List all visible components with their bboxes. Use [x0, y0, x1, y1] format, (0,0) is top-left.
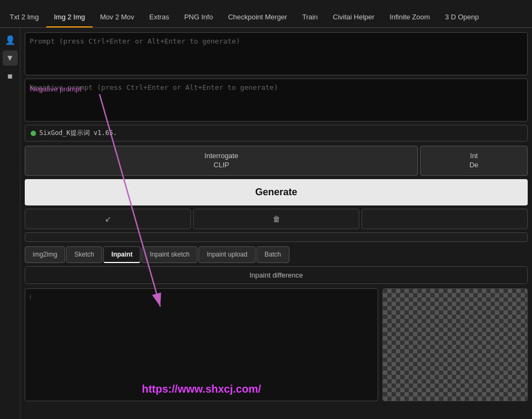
nav-train[interactable]: Train: [295, 9, 325, 27]
canvas-panel[interactable]: i https://www.shxcj.com/: [25, 288, 378, 401]
tab-sketch[interactable]: Sketch: [66, 246, 102, 263]
nav-infinite-zoom[interactable]: Infinite Zoom: [382, 9, 437, 27]
nav-txt2img[interactable]: Txt 2 Img: [2, 9, 46, 27]
interrogate-clip-button[interactable]: Interrogate CLIP: [25, 146, 418, 176]
dropdown-icon[interactable]: ▼: [3, 51, 18, 66]
tab-inpaint-sketch[interactable]: Inpaint sketch: [141, 246, 197, 263]
model-status-dot: [31, 131, 36, 136]
tab-batch[interactable]: Batch: [257, 246, 289, 263]
generate-button[interactable]: Generate: [25, 179, 528, 205]
nav-img2img[interactable]: Img 2 Img: [46, 9, 93, 27]
nav-civitai-helper[interactable]: Civitai Helper: [325, 9, 382, 27]
expand-button[interactable]: ↙: [25, 209, 191, 229]
negative-prompt-input[interactable]: [25, 79, 528, 122]
tab-inpaint-upload[interactable]: Inpaint upload: [198, 246, 255, 263]
main-content: SixGod_K提示词 v1.65. Interrogate CLIP Int …: [20, 28, 532, 419]
trash-button[interactable]: 🗑: [193, 209, 359, 229]
nav-extras[interactable]: Extras: [142, 9, 177, 27]
square-icon[interactable]: ■: [3, 69, 18, 84]
sub-tabs: img2img Sketch Inpaint Inpaint sketch In…: [25, 246, 528, 263]
nav-checkpoint-merger[interactable]: Checkpoint Merger: [221, 9, 295, 27]
bottom-area: i https://www.shxcj.com/: [25, 288, 528, 401]
tab-inpaint[interactable]: Inpaint: [103, 246, 140, 263]
inpaint-difference-row[interactable]: Inpaint difference: [25, 266, 528, 284]
extra-button[interactable]: [361, 209, 528, 229]
canvas-icon: i: [30, 293, 31, 301]
left-sidebar: 👤 ▼ ■: [0, 28, 20, 419]
nav-mov2mov[interactable]: Mov 2 Mov: [93, 9, 142, 27]
nav-3d-openp[interactable]: 3 D Openp: [437, 9, 486, 27]
user-icon[interactable]: 👤: [3, 32, 18, 47]
tab-img2img[interactable]: img2img: [25, 246, 65, 263]
icon-btn-row: ↙ 🗑: [25, 209, 528, 229]
right-checkered-panel: [382, 288, 528, 401]
extra-single-btn[interactable]: [25, 232, 528, 242]
model-name: SixGod_K提示词 v1.65.: [39, 129, 117, 138]
watermark: https://www.shxcj.com/: [142, 383, 261, 395]
interrogate-deepdanbooru-button[interactable]: Int De: [420, 146, 528, 176]
top-nav: Txt 2 Img Img 2 Img Mov 2 Mov Extras PNG…: [0, 0, 532, 28]
prompt-input[interactable]: [25, 32, 528, 75]
interrogate-btn-row: Interrogate CLIP Int De: [25, 146, 528, 176]
nav-png-info[interactable]: PNG Info: [176, 9, 220, 27]
model-row: SixGod_K提示词 v1.65.: [25, 125, 528, 141]
